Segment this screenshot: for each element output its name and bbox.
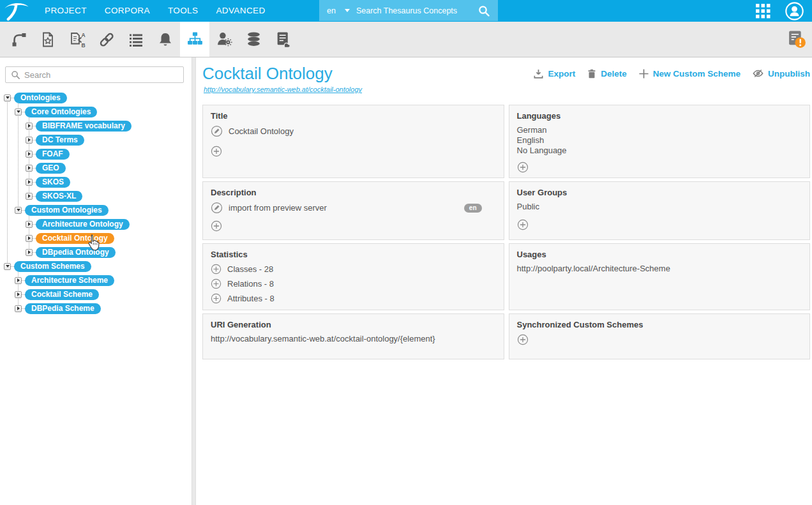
tree-item-skos: SKOS <box>0 175 192 189</box>
svg-text:B: B <box>82 41 86 48</box>
expand-toggle-icon[interactable] <box>26 151 33 158</box>
unpublish-button[interactable]: Unpublish <box>752 68 810 79</box>
delete-label: Delete <box>601 69 627 79</box>
plus-icon <box>638 68 649 79</box>
bell-icon[interactable] <box>151 22 180 57</box>
user-group-item: Public <box>517 202 802 212</box>
export-button[interactable]: Export <box>533 68 575 79</box>
expand-statistic-button[interactable] <box>211 264 222 275</box>
connection-curve-icon[interactable] <box>4 22 33 57</box>
tree-item-ontologies: Ontologies <box>0 91 192 105</box>
tree-node-custom-schemes[interactable]: Custom Schemes <box>14 261 91 272</box>
collapse-toggle-icon[interactable] <box>15 207 22 214</box>
poolparty-logo[interactable] <box>0 0 33 22</box>
language-item: German <box>517 125 802 135</box>
tree-item-custom-ontologies: Custom Ontologies <box>0 203 192 217</box>
add-description-button[interactable] <box>211 220 222 232</box>
report-warning-button[interactable] <box>787 29 807 49</box>
tree-node-geo[interactable]: GEO <box>36 163 66 174</box>
user-menu-button[interactable] <box>785 1 804 21</box>
panel-splitter[interactable] <box>192 57 196 505</box>
expand-toggle-icon[interactable] <box>15 305 22 312</box>
download-icon <box>533 68 544 79</box>
add-language-button[interactable] <box>517 162 529 173</box>
unpublish-label: Unpublish <box>768 69 810 79</box>
sitemap-icon[interactable] <box>180 22 209 57</box>
title-value: Cocktail Ontology <box>229 126 294 136</box>
collapse-toggle-icon[interactable] <box>4 94 11 102</box>
tree-node-foaf[interactable]: FOAF <box>36 149 70 160</box>
add-synchronized-scheme-button[interactable] <box>517 334 529 345</box>
expand-toggle-icon[interactable] <box>15 277 22 284</box>
tree-node-cocktail-scheme[interactable]: Cocktail Scheme <box>25 289 99 300</box>
search-language-dropdown[interactable]: en <box>319 0 356 21</box>
header-actions: Export Delete New Custom Scheme <box>533 68 810 79</box>
export-label: Export <box>548 69 575 79</box>
expand-statistic-button[interactable] <box>211 293 222 304</box>
database-icon[interactable] <box>239 22 268 57</box>
expand-toggle-icon[interactable] <box>15 291 22 298</box>
tree-node-bibframe-vocabulary[interactable]: BIBFRAME vocabulary <box>36 121 132 132</box>
expand-toggle-icon[interactable] <box>26 179 33 186</box>
menu-tools[interactable]: TOOLS <box>168 0 199 22</box>
main-menu: PROJECT CORPORA TOOLS ADVANCED <box>45 0 266 22</box>
tree-item-skos-xl: SKOS-XL <box>0 189 192 203</box>
statistics-row: Attributes - 8 <box>211 293 496 304</box>
tree-node-dc-terms[interactable]: DC Terms <box>36 135 84 146</box>
tree-node-architecture-ontology[interactable]: Architecture Ontology <box>36 219 130 230</box>
sync-schemes-card-heading: Synchronized Custom Schemes <box>517 320 802 329</box>
tree-node-skos[interactable]: SKOS <box>36 177 70 188</box>
server-cloud-icon[interactable] <box>268 22 297 57</box>
statistics-row: Classes - 28 <box>211 264 496 275</box>
delete-button[interactable]: Delete <box>587 68 627 79</box>
add-title-button[interactable] <box>211 146 222 157</box>
document-ab-compare-icon[interactable]: A B <box>63 22 92 57</box>
expand-toggle-icon[interactable] <box>26 193 33 200</box>
sidebar-search-input[interactable] <box>24 70 178 80</box>
expand-toggle-icon[interactable] <box>26 235 33 242</box>
list-icon[interactable] <box>121 22 151 57</box>
tree-item-geo: GEO <box>0 161 192 175</box>
collapse-toggle-icon[interactable] <box>4 263 11 270</box>
apps-grid-button[interactable] <box>756 4 771 19</box>
new-custom-scheme-label: New Custom Scheme <box>653 69 741 79</box>
tree-node-custom-ontologies[interactable]: Custom Ontologies <box>25 205 109 216</box>
expand-statistic-button[interactable] <box>211 278 222 289</box>
ontology-uri-link[interactable]: http://vocabulary.semantic-web.at/cockta… <box>204 86 362 93</box>
expand-toggle-icon[interactable] <box>26 137 33 144</box>
edit-title-button[interactable] <box>211 125 223 137</box>
tree-node-core-ontologies[interactable]: Core Ontologies <box>25 107 97 117</box>
language-item: No Language <box>517 146 802 156</box>
statistics-card: Statistics Classes - 28 <box>202 243 504 310</box>
tree-node-skos-xl[interactable]: SKOS-XL <box>36 191 82 202</box>
expand-toggle-icon[interactable] <box>26 221 33 228</box>
new-custom-scheme-button[interactable]: New Custom Scheme <box>638 68 741 79</box>
add-user-group-button[interactable] <box>517 219 529 230</box>
user-settings-icon[interactable] <box>209 22 239 57</box>
search-submit-button[interactable] <box>475 4 498 17</box>
languages-card: Languages GermanEnglishNo Language <box>509 105 811 178</box>
document-star-icon[interactable] <box>33 22 63 57</box>
tree-node-ontologies[interactable]: Ontologies <box>14 93 67 103</box>
tree-node-dbpedia-scheme[interactable]: DBPedia Scheme <box>25 303 101 314</box>
expand-toggle-icon[interactable] <box>26 249 33 256</box>
statistic-value: Classes - 28 <box>227 264 273 274</box>
svg-text:A: A <box>82 31 86 38</box>
tree-node-cocktail-ontology[interactable]: Cocktail Ontology <box>36 233 114 244</box>
tree-node-architecture-scheme[interactable]: Architecture Scheme <box>25 275 114 286</box>
edit-description-button[interactable] <box>211 202 223 214</box>
menu-project[interactable]: PROJECT <box>45 0 87 22</box>
user-groups-card: User Groups Public <box>509 181 811 240</box>
tree-node-dbpedia-ontology[interactable]: DBpedia Ontology <box>36 247 116 258</box>
expand-toggle-icon[interactable] <box>26 165 33 172</box>
chevron-down-icon <box>345 9 350 12</box>
search-icon <box>11 70 20 80</box>
menu-advanced[interactable]: ADVANCED <box>216 0 265 22</box>
thesaurus-search-input[interactable] <box>356 6 475 15</box>
collapse-toggle-icon[interactable] <box>15 109 22 116</box>
expand-toggle-icon[interactable] <box>26 123 33 130</box>
link-icon[interactable] <box>92 22 121 57</box>
menu-corpora[interactable]: CORPORA <box>105 0 150 22</box>
languages-card-heading: Languages <box>517 111 802 121</box>
language-item: English <box>517 135 802 146</box>
